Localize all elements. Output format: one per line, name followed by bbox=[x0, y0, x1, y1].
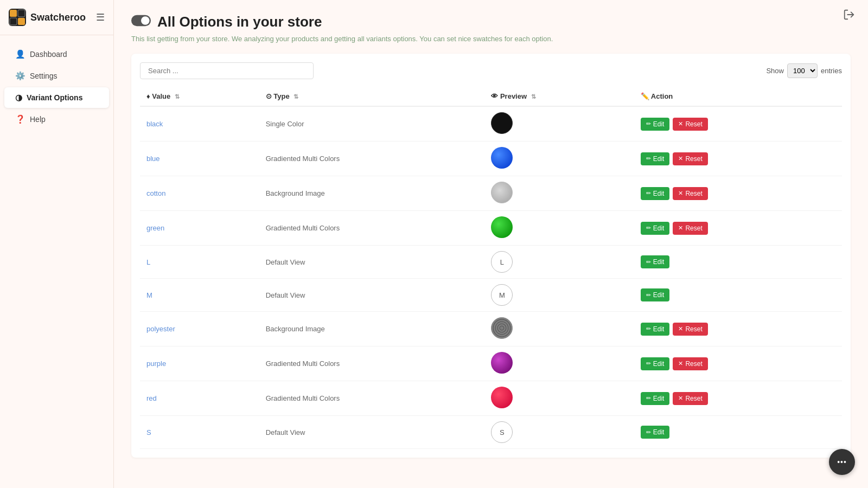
cell-preview: L bbox=[484, 246, 634, 279]
cell-action: ✏ Edit✕ Reset bbox=[634, 211, 842, 246]
cell-action: ✏ Edit bbox=[634, 416, 842, 449]
cell-preview: S bbox=[484, 416, 634, 449]
cell-type: Background Image bbox=[259, 176, 485, 211]
edit-button[interactable]: ✏ Edit bbox=[641, 255, 670, 268]
help-icon: ❓ bbox=[15, 114, 25, 124]
preview-col-icon: 👁 bbox=[491, 92, 498, 100]
sidebar-item-label-dashboard: Dashboard bbox=[30, 50, 67, 59]
svg-rect-4 bbox=[18, 18, 25, 25]
cell-action: ✏ Edit✕ Reset bbox=[634, 312, 842, 346]
svg-rect-1 bbox=[10, 10, 17, 17]
table-row: purpleGradiented Multi Colors✏ Edit✕ Res… bbox=[140, 346, 842, 381]
settings-icon: ⚙️ bbox=[15, 71, 25, 81]
dashboard-icon: 👤 bbox=[15, 49, 25, 59]
reset-button[interactable]: ✕ Reset bbox=[673, 222, 707, 235]
page-header: All Options in your store bbox=[131, 13, 851, 30]
sidebar-item-dashboard[interactable]: 👤 Dashboard bbox=[4, 44, 109, 65]
preview-circle bbox=[491, 182, 513, 203]
logout-icon[interactable] bbox=[843, 9, 855, 23]
cell-action: ✏ Edit✕ Reset bbox=[634, 106, 842, 142]
entries-select[interactable]: 10 25 50 100 bbox=[787, 63, 818, 78]
sidebar-item-settings[interactable]: ⚙️ Settings bbox=[4, 66, 109, 86]
cell-value: polyester bbox=[140, 312, 259, 346]
preview-circle bbox=[491, 216, 513, 238]
table-row: greenGradiented Multi Colors✏ Edit✕ Rese… bbox=[140, 211, 842, 246]
page-title: All Options in your store bbox=[157, 14, 322, 30]
reset-button[interactable]: ✕ Reset bbox=[673, 152, 707, 165]
svg-rect-2 bbox=[18, 10, 25, 17]
preview-circle bbox=[491, 112, 513, 134]
table-row: MDefault ViewM✏ Edit bbox=[140, 279, 842, 312]
cell-value: black bbox=[140, 106, 259, 142]
type-sort-icon[interactable]: ⇅ bbox=[293, 93, 298, 100]
reset-button[interactable]: ✕ Reset bbox=[673, 323, 707, 336]
show-label: Show bbox=[766, 67, 784, 75]
edit-button[interactable]: ✏ Edit bbox=[641, 288, 670, 301]
sidebar-item-variant-options[interactable]: ◑ Variant Options bbox=[4, 87, 109, 108]
cell-preview bbox=[484, 176, 634, 211]
cell-value: L bbox=[140, 246, 259, 279]
table-row: redGradiented Multi Colors✏ Edit✕ Reset bbox=[140, 381, 842, 416]
table-container: Show 10 25 50 100 entries ♦ Value ⇅ bbox=[131, 54, 851, 458]
cell-type: Single Color bbox=[259, 106, 485, 142]
edit-button[interactable]: ✏ Edit bbox=[641, 152, 670, 165]
preview-sort-icon[interactable]: ⇅ bbox=[531, 93, 536, 100]
col-type: ⊙ Type ⇅ bbox=[259, 87, 485, 106]
col-preview: 👁 Preview ⇅ bbox=[484, 87, 634, 106]
sidebar-item-help[interactable]: ❓ Help bbox=[4, 109, 109, 130]
chat-icon: ••• bbox=[837, 458, 847, 466]
edit-button[interactable]: ✏ Edit bbox=[641, 187, 670, 200]
options-table: ♦ Value ⇅ ⊙ Type ⇅ 👁 Preview ⇅ bbox=[140, 87, 842, 449]
cell-type: Gradiented Multi Colors bbox=[259, 346, 485, 381]
table-top-bar: Show 10 25 50 100 entries bbox=[140, 62, 842, 79]
table-row: polyesterBackground Image✏ Edit✕ Reset bbox=[140, 312, 842, 346]
preview-circle: L bbox=[491, 251, 513, 273]
cell-type: Default View bbox=[259, 279, 485, 312]
preview-circle bbox=[491, 317, 513, 339]
table-row: blackSingle Color✏ Edit✕ Reset bbox=[140, 106, 842, 142]
sidebar: Swatcheroo ☰ 👤 Dashboard ⚙️ Settings ◑ V… bbox=[0, 0, 114, 488]
preview-circle bbox=[491, 387, 513, 408]
cell-action: ✏ Edit✕ Reset bbox=[634, 176, 842, 211]
cell-value: M bbox=[140, 279, 259, 312]
edit-button[interactable]: ✏ Edit bbox=[641, 426, 670, 439]
edit-button[interactable]: ✏ Edit bbox=[641, 222, 670, 235]
reset-button[interactable]: ✕ Reset bbox=[673, 392, 707, 405]
sidebar-item-label-settings: Settings bbox=[30, 72, 58, 80]
reset-button[interactable]: ✕ Reset bbox=[673, 118, 707, 131]
edit-button[interactable]: ✏ Edit bbox=[641, 118, 670, 131]
action-col-icon: ✏️ bbox=[641, 92, 649, 100]
svg-point-7 bbox=[141, 16, 150, 25]
edit-button[interactable]: ✏ Edit bbox=[641, 357, 670, 370]
cell-preview: M bbox=[484, 279, 634, 312]
cell-type: Default View bbox=[259, 246, 485, 279]
search-input[interactable] bbox=[140, 62, 314, 79]
cell-value: red bbox=[140, 381, 259, 416]
preview-circle: M bbox=[491, 284, 513, 306]
cell-preview bbox=[484, 106, 634, 142]
preview-circle: S bbox=[491, 421, 513, 443]
show-entries: Show 10 25 50 100 entries bbox=[766, 63, 842, 78]
table-row: SDefault ViewS✏ Edit bbox=[140, 416, 842, 449]
edit-button[interactable]: ✏ Edit bbox=[641, 323, 670, 336]
toggle-icon bbox=[131, 13, 151, 30]
value-sort-icon[interactable]: ⇅ bbox=[175, 93, 180, 100]
cell-type: Gradiented Multi Colors bbox=[259, 381, 485, 416]
reset-button[interactable]: ✕ Reset bbox=[673, 357, 707, 370]
svg-rect-3 bbox=[10, 18, 17, 25]
cell-action: ✏ Edit✕ Reset bbox=[634, 381, 842, 416]
type-col-icon: ⊙ bbox=[266, 92, 272, 100]
sidebar-item-label-variant-options: Variant Options bbox=[27, 93, 82, 102]
edit-button[interactable]: ✏ Edit bbox=[641, 392, 670, 405]
hamburger-icon[interactable]: ☰ bbox=[96, 11, 105, 23]
cell-type: Background Image bbox=[259, 312, 485, 346]
app-name: Swatcheroo bbox=[30, 12, 86, 23]
cell-action: ✏ Edit bbox=[634, 246, 842, 279]
chat-bubble[interactable]: ••• bbox=[829, 449, 855, 475]
app-logo-icon bbox=[9, 9, 26, 26]
reset-button[interactable]: ✕ Reset bbox=[673, 187, 707, 200]
cell-preview bbox=[484, 211, 634, 246]
sidebar-item-label-help: Help bbox=[30, 115, 46, 124]
preview-circle bbox=[491, 352, 513, 374]
cell-preview bbox=[484, 142, 634, 176]
